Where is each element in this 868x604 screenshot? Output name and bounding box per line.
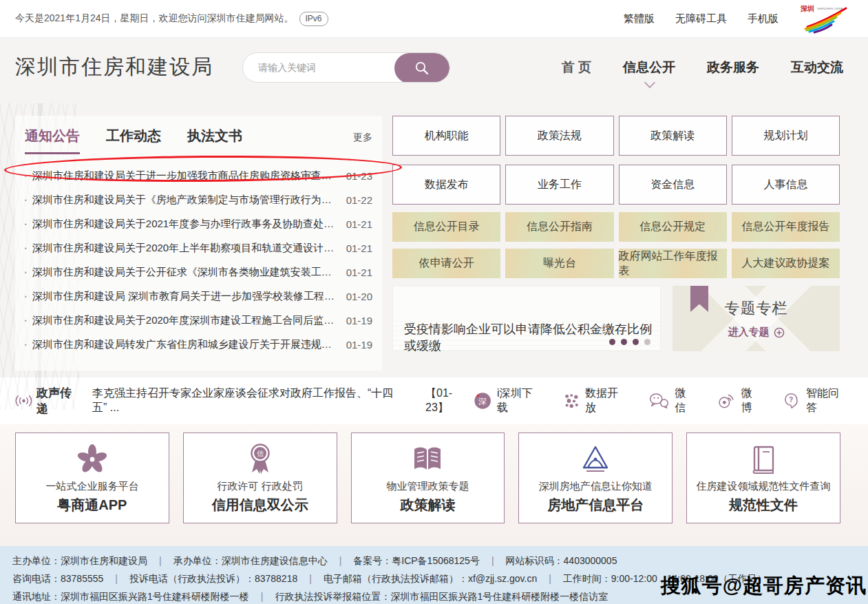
yueshangtong-card[interactable]: 一站式企业服务平台 粤商通APP xyxy=(15,433,169,523)
mountain-logo-icon xyxy=(578,444,613,475)
quicklink-box[interactable]: 信息公开年度报告 xyxy=(732,212,840,242)
quicklink-box[interactable]: 人事信息 xyxy=(732,165,840,205)
carousel-dot[interactable] xyxy=(633,339,639,345)
news-item[interactable]: 深圳市住房和建设局关于《房地产政策制定与市场管理行政行为规... 01-22 xyxy=(25,188,372,212)
ishenzhen-badge-icon: 深 xyxy=(474,391,491,410)
traditional-chinese-link[interactable]: 繁體版 xyxy=(624,12,655,25)
data-open-link[interactable]: 数据开放 xyxy=(563,386,627,415)
medal-icon: 信 xyxy=(244,442,276,477)
more-link[interactable]: 更多 xyxy=(353,132,372,144)
open-book-icon xyxy=(410,445,445,474)
news-item[interactable]: 深圳市住房和建设局关于公开征求《深圳市各类物业建筑安装工程... 01-21 xyxy=(25,260,372,284)
news-date: 01-21 xyxy=(346,242,372,254)
topbar-links: 繁體版 无障碍工具 手机版 深圳 SHENZHEN CHINA xyxy=(624,3,849,34)
smart-qa-link[interactable]: ? 智能问答 xyxy=(783,386,847,415)
nav-item[interactable]: 信息公开 xyxy=(623,59,675,76)
plus-circle-icon xyxy=(774,327,785,338)
news-item[interactable]: 深圳市住房和建设局关于2021年度参与办理行政事务及协助查处建... 01-21 xyxy=(25,212,372,236)
quicklink-box[interactable]: 信息公开目录 xyxy=(392,212,500,242)
footer-segment: 备案号：粤ICP备15068125号 xyxy=(328,555,480,566)
nav-item[interactable]: 首 页 xyxy=(562,59,591,76)
data-open-icon xyxy=(563,392,580,410)
svg-text:深: 深 xyxy=(478,397,487,406)
search-input[interactable] xyxy=(243,53,394,82)
quicklink-box[interactable]: 依申请公开 xyxy=(392,249,500,278)
news-item[interactable]: 深圳市住房和建设局关于2020年上半年勘察项目和轨道交通设计项... 01-21 xyxy=(25,236,372,260)
policy-interpretation-card[interactable]: 物业管理政策专题 政策解读 xyxy=(351,433,505,523)
news-item[interactable]: 深圳市住房和建设局转发广东省住房和城乡建设厅关于开展违规海... 01-19 xyxy=(25,333,372,357)
carousel-dot[interactable] xyxy=(609,339,615,345)
news-tab[interactable]: 通知公告 xyxy=(25,127,80,154)
wechat-link[interactable]: 微信 xyxy=(648,386,695,415)
news-panel: 通知公告 工作动态 执法文书 更多 深圳市住房和建设局关于进一步加强我市商品住房… xyxy=(15,116,382,371)
search-button[interactable] xyxy=(394,53,449,83)
carousel-dot[interactable] xyxy=(644,339,650,345)
news-date: 01-23 xyxy=(346,170,372,182)
quicklink-box[interactable]: 业务工作 xyxy=(505,165,613,205)
quicklink-box[interactable]: 政策解读 xyxy=(619,116,727,156)
weibo-icon xyxy=(717,392,735,410)
quicklink-box[interactable]: 曝光台 xyxy=(505,249,613,278)
real-estate-platform-card[interactable]: 深圳房地产信息让你知道 房地产信息平台 xyxy=(518,433,673,523)
quicklink-box[interactable]: 人大建议政协提案 xyxy=(732,249,840,278)
footer-segment: 电子邮箱（行政执法投诉邮箱）：xf@zjj.sz.gov.cn xyxy=(297,573,537,584)
quicklink-box[interactable]: 信息公开指南 xyxy=(505,212,613,242)
footer-segment: 行政执法投诉举报箱位置：深圳市福田区振兴路1号住建科研楼附楼一楼信访室 xyxy=(249,591,608,602)
svg-text:信: 信 xyxy=(257,450,264,457)
carousel-dot[interactable] xyxy=(621,339,627,345)
news-date: 01-21 xyxy=(346,218,372,230)
nav-item[interactable]: 互动交流 xyxy=(791,59,843,76)
news-item[interactable]: 深圳市住房和建设局关于2020年度深圳市建设工程施工合同后监管... 01-19 xyxy=(25,309,372,333)
footer-segment: 承办单位：深圳市住房建设信息中心 xyxy=(147,555,328,566)
shenzhen-city-logo: 深圳 SHENZHEN CHINA xyxy=(799,3,849,34)
accessibility-link[interactable]: 无障碍工具 xyxy=(675,12,727,25)
weibo-link[interactable]: 微博 xyxy=(717,386,761,415)
svg-text:?: ? xyxy=(790,396,794,404)
news-item[interactable]: 深圳市住房和建设局关于进一步加强我市商品住房购房资格审查和... 01-23 xyxy=(25,164,372,188)
bookmark-icon xyxy=(690,286,708,312)
special-topics-box[interactable]: 专题专栏 进入专题 xyxy=(673,286,840,351)
search-icon xyxy=(414,60,430,76)
footer-row-1: 主办单位：深圳市住房和建设局承办单位：深圳市住房建设信息中心备案号：粤ICP备1… xyxy=(12,552,856,570)
quicklink-box[interactable]: 政策法规 xyxy=(505,116,613,156)
service-links: 深 i深圳下载 数据开放 xyxy=(474,386,847,415)
quicklink-box[interactable]: 资金信息 xyxy=(619,165,727,205)
ishenzhen-download-link[interactable]: 深 i深圳下载 xyxy=(474,386,541,415)
book-icon xyxy=(748,444,779,475)
ipv6-badge[interactable]: IPv6 xyxy=(299,12,328,26)
quicklink-box[interactable]: 机构职能 xyxy=(392,116,500,156)
quicklink-box[interactable]: 政府网站工作年度报表 xyxy=(619,249,727,278)
banner-row: 受疫情影响企业可以申请降低公积金缴存比例或缓缴 xyxy=(392,286,840,351)
news-date: 01-21 xyxy=(346,267,372,278)
news-item[interactable]: 深圳市住房和建设局 深圳市教育局关于进一步加强学校装修工程质... 01-20 xyxy=(25,284,372,309)
main-navigation: 首 页 信息公开 政务服务 互动交流 xyxy=(530,59,843,76)
wechat-icon xyxy=(648,392,669,410)
nav-item[interactable]: 政务服务 xyxy=(707,59,759,76)
footer-segment: 主办单位：深圳市住房和建设局 xyxy=(12,555,147,566)
quicklink-box[interactable]: 规划计划 xyxy=(732,116,840,156)
quicklinks-grid-colored: 信息公开目录 信息公开指南 信息公开规定 信息公开年度报告 依申请公开 曝光台 … xyxy=(392,212,840,278)
voice-date: 【01-23】 xyxy=(425,386,474,415)
footer-segment: 咨询电话：83785555 xyxy=(12,573,103,584)
enter-topics-link[interactable]: 进入专题 xyxy=(728,326,785,339)
credit-info-card[interactable]: 信 行政许可 行政处罚 信用信息双公示 xyxy=(183,433,337,523)
news-date: 01-20 xyxy=(346,291,372,302)
welcome-text: 今天是2021年1月24日，星期日，欢迎您访问深圳市住建局网站。 xyxy=(15,12,294,25)
svg-text:深圳: 深圳 xyxy=(800,5,814,12)
flower-icon xyxy=(76,444,108,475)
search-box xyxy=(242,52,450,83)
news-date: 01-19 xyxy=(346,339,372,351)
footer-segment: 网站标识码：4403000005 xyxy=(480,555,617,566)
quicklink-box[interactable]: 数据发布 xyxy=(392,165,500,205)
carousel-banner[interactable]: 受疫情影响企业可以申请降低公积金缴存比例或缓缴 xyxy=(392,286,661,351)
voice-headline[interactable]: 李克强主持召开专家企业家座谈会征求对政府工作报告、“十四五” ... xyxy=(92,386,406,415)
mobile-version-link[interactable]: 手机版 xyxy=(748,12,779,25)
promo-cards: 一站式企业服务平台 粤商通APP 信 行政许可 行政处罚 信用信息双公示 xyxy=(0,424,868,546)
quicklink-box[interactable]: 信息公开规定 xyxy=(619,212,727,242)
news-list: 深圳市住房和建设局关于进一步加强我市商品住房购房资格审查和... 01-23 深… xyxy=(25,164,372,357)
normative-documents-card[interactable]: 住房建设领域规范性文件查询 规范性文件 xyxy=(686,433,840,523)
news-tab[interactable]: 执法文书 xyxy=(187,127,242,154)
footer-segment: 投诉电话（行政执法投诉）：83788218 xyxy=(103,573,297,584)
watermark-text: 搜狐号@超哥房产资讯 xyxy=(661,572,867,600)
news-tab[interactable]: 工作动态 xyxy=(106,127,161,154)
